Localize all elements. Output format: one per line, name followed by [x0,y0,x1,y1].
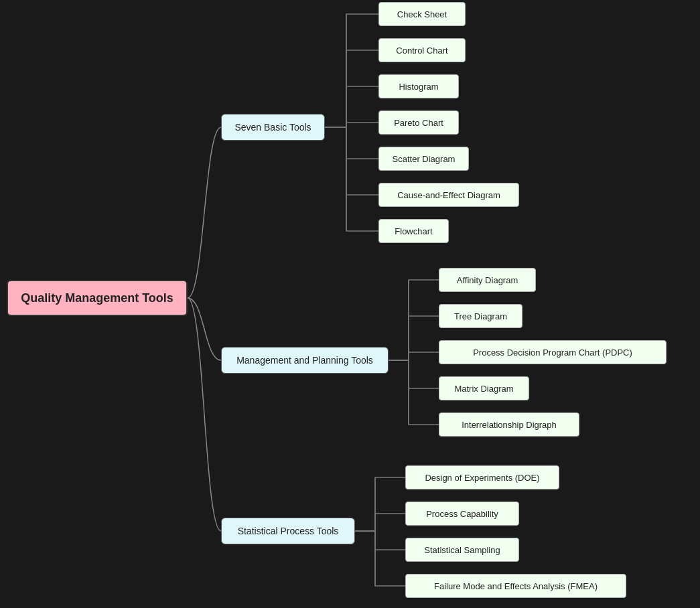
node-control-chart: Control Chart [378,38,466,62]
node-failure-mode-and-effects-analysis-fmea: Failure Mode and Effects Analysis (FMEA) [405,574,626,598]
node-quality-management-tools: Quality Management Tools [7,280,188,316]
node-statistical-sampling: Statistical Sampling [405,538,519,562]
node-matrix-diagram: Matrix Diagram [439,376,529,400]
node-flowchart: Flowchart [378,219,449,243]
node-pareto-chart: Pareto Chart [378,110,459,135]
node-scatter-diagram: Scatter Diagram [378,147,469,171]
node-histogram: Histogram [378,74,459,98]
node-seven-basic-tools: Seven Basic Tools [221,114,325,141]
node-tree-diagram: Tree Diagram [439,304,522,328]
node-cause-and-effect-diagram: Cause-and-Effect Diagram [378,183,519,207]
node-design-of-experiments-doe: Design of Experiments (DOE) [405,465,559,489]
node-check-sheet: Check Sheet [378,2,466,26]
node-statistical-process-tools: Statistical Process Tools [221,518,355,544]
node-affinity-diagram: Affinity Diagram [439,268,536,292]
node-process-capability: Process Capability [405,502,519,526]
node-process-decision-program-chart-pdpc: Process Decision Program Chart (PDPC) [439,340,667,364]
mind-map: Quality Management ToolsSeven Basic Tool… [0,0,700,608]
node-management-and-planning-tools: Management and Planning Tools [221,347,389,374]
node-interrelationship-digraph: Interrelationship Digraph [439,412,579,437]
